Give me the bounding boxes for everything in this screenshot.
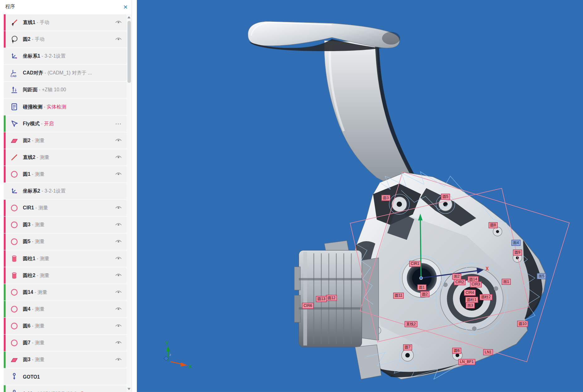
visibility-eye-icon[interactable] <box>115 323 122 328</box>
measurement-label[interactable]: 直线2 <box>405 321 417 327</box>
step-name: 圆14 <box>23 289 33 295</box>
measurement-label[interactable]: 圆2 <box>420 291 429 297</box>
visibility-eye-icon[interactable] <box>115 307 122 312</box>
program-step[interactable]: 面3 - 测量 <box>4 351 127 368</box>
step-suffix: - 测量 <box>31 171 45 177</box>
visibility-eye-icon[interactable] <box>115 256 122 261</box>
scrollbar-thumb[interactable] <box>128 21 131 83</box>
measurement-label[interactable]: 圆1 <box>417 284 426 290</box>
visibility-eye-icon[interactable] <box>115 206 122 211</box>
measurement-label[interactable]: 面4 <box>512 240 520 246</box>
program-step[interactable]: 圆1 - 测量 <box>4 166 127 183</box>
program-step[interactable]: 圆3 - 测量 <box>4 217 127 233</box>
measurement-label[interactable]: 圆6 <box>452 348 461 354</box>
program-step[interactable]: 直线1 - 手动 <box>4 14 127 31</box>
measurement-label[interactable]: 圆8 <box>489 222 497 228</box>
visibility-eye-icon[interactable] <box>115 273 122 278</box>
program-step[interactable]: 面2 - 测量 <box>4 132 127 149</box>
measurement-label[interactable]: 圆5 <box>441 194 450 200</box>
visibility-eye-icon[interactable] <box>115 239 122 244</box>
viewport[interactable]: X Y z X 圆3圆5圆8面4圆9面5面1CIR1面2CIR2圆14CIR3圆… <box>137 0 583 392</box>
measurement-label[interactable]: CIR6 <box>302 303 314 309</box>
visibility-eye-icon[interactable] <box>115 138 122 143</box>
measurement-label[interactable]: 圆10 <box>517 321 528 327</box>
measurement-label[interactable]: 面1 <box>502 279 510 285</box>
program-step[interactable]: 直线2 - 测量 <box>4 149 127 166</box>
measurement-label[interactable]: CIR4 <box>464 290 475 296</box>
step-suffix: - A00PNF3DF (90.0 <box>33 391 77 392</box>
measurement-label[interactable]: 圆3 <box>381 195 390 201</box>
visibility-eye-icon[interactable] <box>115 172 122 177</box>
step-name: GOTO1 <box>23 374 40 380</box>
program-step[interactable]: 圆5 - 测量 <box>4 233 127 250</box>
program-step[interactable]: Fly模式 - 开启⋯ <box>4 115 127 132</box>
measurement-label[interactable]: LN_BF1 <box>458 359 475 365</box>
cylinder-icon <box>9 270 19 280</box>
circle-icon <box>9 338 19 348</box>
step-name: 圆3 <box>23 222 30 227</box>
close-icon[interactable]: ✕ <box>123 4 128 10</box>
measurement-label[interactable]: LN1 <box>483 349 493 355</box>
program-step[interactable]: 圆6 - 测量 <box>4 318 127 334</box>
measurement-label[interactable]: CIR1 <box>409 261 421 267</box>
step-suffix: - 测量 <box>35 154 49 160</box>
circle-icon <box>9 321 19 331</box>
measurement-label[interactable]: CIR2 <box>454 279 465 285</box>
measurement-label[interactable]: 圆柱1 <box>465 297 478 303</box>
step-suffix: - 测量 <box>31 137 45 143</box>
step-suffix-highlight: ...5 <box>77 391 84 392</box>
step-label: 坐标系2 - 3-2-1设置 <box>23 188 127 195</box>
program-step[interactable]: 圆2 - 手动 <box>4 31 127 48</box>
panel-title: 程序 <box>5 3 15 10</box>
plane-icon <box>9 136 19 145</box>
circle-icon <box>9 287 19 297</box>
visibility-eye-icon[interactable] <box>115 155 122 160</box>
step-name: 圆2 <box>23 36 30 42</box>
measurement-label[interactable]: 圆12 <box>326 295 337 301</box>
step-suffix-highlight: 开启 <box>44 121 54 126</box>
measurement-label[interactable]: 面3 <box>466 302 475 308</box>
program-step[interactable]: GOTO1 <box>4 368 127 385</box>
step-name: CAD对齐 <box>23 70 43 76</box>
measurement-label[interactable]: CIR3 <box>470 281 482 287</box>
measurement-label[interactable]: 圆柱2 <box>479 294 492 300</box>
sidebar-scrollbar[interactable] <box>127 14 132 392</box>
measurement-label[interactable]: 面2 <box>452 274 461 280</box>
visibility-eye-icon[interactable] <box>115 341 122 346</box>
visibility-eye-icon[interactable] <box>115 222 122 227</box>
step-suffix: - 测量 <box>31 340 45 346</box>
step-status-bar <box>4 284 6 301</box>
circle-icon <box>9 170 19 179</box>
program-step[interactable]: 1-10 - A00PNF3DF (90.0...5 <box>4 385 127 392</box>
more-options-icon[interactable]: ⋯ <box>115 120 122 127</box>
program-step[interactable]: 坐标系1 - 3-2-1设置 <box>4 48 127 65</box>
visibility-eye-icon[interactable] <box>115 357 122 362</box>
step-label: CIR1 - 测量 <box>23 205 112 212</box>
step-status-bar <box>4 82 6 98</box>
step-status-bar <box>4 132 6 149</box>
program-step[interactable]: 圆14 - 测量 <box>4 284 127 301</box>
measurement-label[interactable]: 圆13 <box>316 296 327 302</box>
measurement-label[interactable]: 圆11 <box>393 293 404 299</box>
program-step[interactable]: 圆柱2 - 测量 <box>4 267 127 284</box>
scroll-up-icon[interactable] <box>128 16 131 18</box>
program-step[interactable]: 圆4 - 测量 <box>4 301 127 318</box>
program-step[interactable]: 坐标系2 - 3-2-1设置 <box>4 183 127 199</box>
visibility-eye-icon[interactable] <box>115 20 122 25</box>
visibility-eye-icon[interactable] <box>115 290 122 295</box>
program-step[interactable]: 圆7 - 测量 <box>4 335 127 351</box>
program-step[interactable]: 圆柱1 - 测量 <box>4 250 127 267</box>
visibility-eye-icon[interactable] <box>115 37 122 42</box>
measurement-label[interactable]: 圆7 <box>403 344 412 350</box>
program-step[interactable]: CADCAD对齐 - (CADM_1) 对齐于 ... <box>4 65 127 81</box>
step-name: 圆6 <box>23 323 30 329</box>
measurement-label[interactable]: 圆9 <box>513 250 522 256</box>
program-step[interactable]: CIR1 - 测量 <box>4 200 127 216</box>
measurement-label[interactable]: 面5 <box>537 273 546 279</box>
program-step[interactable]: 间距面 - +Z轴 10.00 <box>4 82 127 98</box>
step-status-bar <box>4 14 6 31</box>
scroll-down-icon[interactable] <box>128 388 131 390</box>
program-step[interactable]: 碰撞检测 - 实体检测 <box>4 98 127 115</box>
step-label: 碰撞检测 - 实体检测 <box>23 103 127 110</box>
step-label: 1-10 - A00PNF3DF (90.0...5 <box>23 391 127 392</box>
